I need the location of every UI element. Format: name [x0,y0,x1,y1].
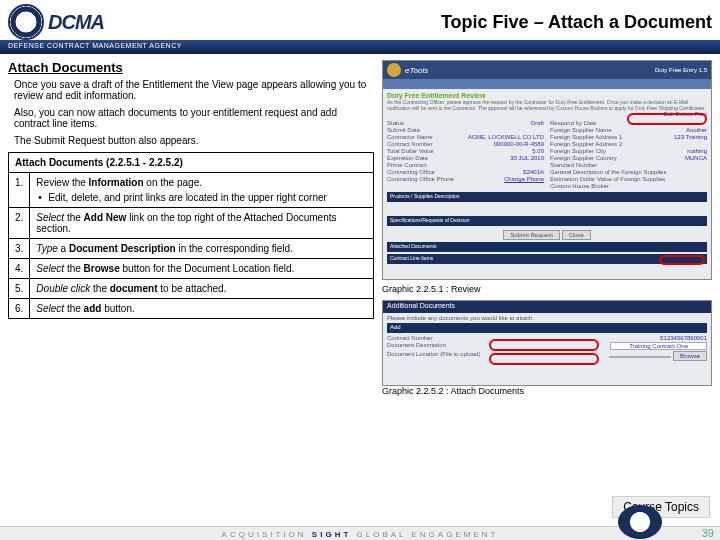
review-screenshot: eTools Duty Free Entry 1.5 Duty Free Ent… [382,60,712,280]
dcma-seal-icon [8,4,44,40]
f: Foreign Supplier Country [550,155,617,161]
spec-bar: Specifications/Requests of Decision [387,216,707,226]
f: Contracting Office Phone [387,176,454,182]
f: Contract Number [387,141,433,147]
step-text: Select the Browse button for the Documen… [30,259,374,279]
step-num: 1. [9,173,30,208]
intro-p3: The Submit Request button also appears. [8,135,374,146]
f: Custom House Broker [550,183,609,189]
page-number: 39 [702,527,714,539]
step-text: Review the Information on the page. Edit… [30,173,374,208]
ss-sub: As the Contracting Officer, please appro… [387,99,707,111]
doc-desc-input[interactable]: Training Contract One [610,342,707,350]
caption-2: Graphic 2.2.5.2 : Attach Documents [382,386,712,396]
v: 123 Training [674,134,707,140]
step-text: Select the Add New link on the top right… [30,208,374,239]
steps-table: Attach Documents (2.2.5.1 - 2.2.5.2) 1. … [8,152,374,319]
step-text: Double click the document to be attached… [30,279,374,299]
additional-docs-head: Additional Documents [383,301,711,313]
step-num: 6. [9,299,30,319]
agency-bar: DEFENSE CONTRACT MANAGEMENT AGENCY [0,40,720,54]
step-num: 4. [9,259,30,279]
seal-icon [387,63,401,77]
step-num: 5. [9,279,30,299]
f: Total Dollar Value [387,148,434,154]
logo: DCMA [8,4,104,40]
caption-1: Graphic 2.2.5.1 : Review [382,284,712,294]
v: nothing [687,148,707,154]
footer-seal-icon [618,505,662,539]
submit-request-button[interactable]: Submit Request [503,230,560,240]
step-bullet: Edit, delete, and print links are locate… [36,192,367,203]
f: Foreign Supplier Address 1 [550,134,622,140]
close-button[interactable]: Close [562,230,591,240]
v: Another [686,127,707,133]
f: Respond by Date [550,120,596,126]
v: 30 JUL 2010 [510,155,544,161]
step-num: 2. [9,208,30,239]
browse-button[interactable]: Browse [673,351,707,361]
highlight-ring [489,353,599,365]
highlight-ring [659,255,705,265]
table-row: 3.Type a Document Description in the cor… [9,239,374,259]
section-title: Attach Documents [8,60,374,75]
v: MUNCA [685,155,707,161]
v: S2401A [523,169,544,175]
change-phone-link[interactable]: Change Phone [504,176,544,182]
f: Submit Date [387,127,420,133]
table-row: 4.Select the Browse button for the Docum… [9,259,374,279]
f: Contracting Office [387,169,435,175]
table-row: 2.Select the Add New link on the top rig… [9,208,374,239]
add-bar[interactable]: Add [387,323,707,333]
f: Estimation Dollar Value of Foreign Suppl… [550,176,665,182]
f: Foreign Supplier City [550,148,606,154]
intro-p2: Also, you can now attach documents to yo… [8,107,374,129]
etools-label: eTools [405,66,428,75]
step-text: Type a Document Description in the corre… [30,239,374,259]
products-bar: Products / Supplies Description [387,192,707,202]
v: 5.00 [532,148,544,154]
table-row: 6.Select the add button. [9,299,374,319]
f: General Description of the Foreign Suppl… [550,169,666,175]
intro-p1: Once you save a draft of the Entitlement… [8,79,374,101]
step-text: Select the add button. [30,299,374,319]
step-main: Review the Information on the page. [36,177,367,188]
logo-text: DCMA [48,11,104,34]
attached-bar: Attached Documents [387,242,707,252]
ss-title: Duty Free Entitlement Review [387,92,707,99]
file-input[interactable] [609,356,671,358]
v: Draft [531,120,544,126]
table-row: 1. Review the Information on the page. E… [9,173,374,208]
attach-screenshot: Additional Documents Please include any … [382,300,712,386]
duty-bar: Duty Free Entry 1.5 [655,67,707,73]
f: Standard Number [550,162,597,168]
f: Document Location (File to upload) [387,351,480,361]
steps-header: Attach Documents (2.2.5.1 - 2.2.5.2) [9,153,374,173]
ss2-sub: Please include any documents you would l… [387,315,707,321]
v: ACME, LOCKWELL CO LTD [468,134,544,140]
f: Expiration Date [387,155,428,161]
topic-title: Topic Five – Attach a Document [441,12,712,33]
highlight-ring [627,113,707,125]
f: Status [387,120,404,126]
highlight-ring [489,339,599,351]
f: Contractor Name [387,134,433,140]
f: Document Description [387,342,446,350]
footer-tagline: ACQUISITION SIGHT GLOBAL ENGAGEMENT [222,530,499,539]
f: Foreign Supplier Address 2 [550,141,622,147]
table-row: 5.Double click the document to be attach… [9,279,374,299]
f: Prime Contract [387,162,427,168]
v: 000000-00-R-4589 [494,141,544,147]
f: Contract Number [387,335,433,341]
step-num: 3. [9,239,30,259]
f: Foreign Supplier Name [550,127,612,133]
v: S1234567890001 [660,335,707,341]
